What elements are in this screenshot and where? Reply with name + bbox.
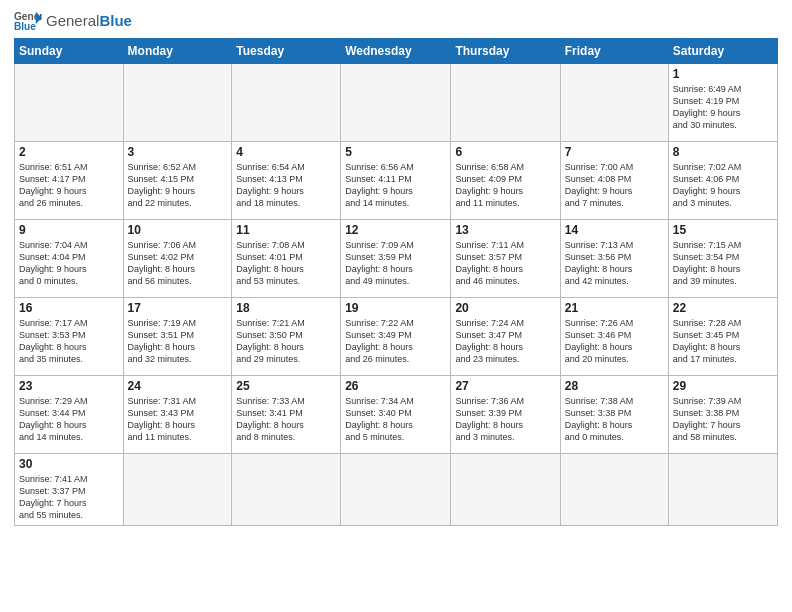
day-number: 14 (565, 223, 664, 237)
logo-text: GeneralBlue (46, 13, 132, 30)
header: General Blue GeneralBlue (14, 10, 778, 32)
week-row-4: 16Sunrise: 7:17 AM Sunset: 3:53 PM Dayli… (15, 298, 778, 376)
day-info: Sunrise: 6:51 AM Sunset: 4:17 PM Dayligh… (19, 161, 119, 210)
calendar-cell: 24Sunrise: 7:31 AM Sunset: 3:43 PM Dayli… (123, 376, 232, 454)
day-number: 11 (236, 223, 336, 237)
calendar-cell: 26Sunrise: 7:34 AM Sunset: 3:40 PM Dayli… (341, 376, 451, 454)
calendar-cell: 30Sunrise: 7:41 AM Sunset: 3:37 PM Dayli… (15, 454, 124, 526)
day-number: 26 (345, 379, 446, 393)
day-number: 30 (19, 457, 119, 471)
calendar-cell: 9Sunrise: 7:04 AM Sunset: 4:04 PM Daylig… (15, 220, 124, 298)
week-row-3: 9Sunrise: 7:04 AM Sunset: 4:04 PM Daylig… (15, 220, 778, 298)
calendar-cell (451, 454, 560, 526)
calendar-cell: 25Sunrise: 7:33 AM Sunset: 3:41 PM Dayli… (232, 376, 341, 454)
day-info: Sunrise: 7:28 AM Sunset: 3:45 PM Dayligh… (673, 317, 773, 366)
day-info: Sunrise: 7:41 AM Sunset: 3:37 PM Dayligh… (19, 473, 119, 522)
calendar-cell: 21Sunrise: 7:26 AM Sunset: 3:46 PM Dayli… (560, 298, 668, 376)
day-number: 4 (236, 145, 336, 159)
day-number: 21 (565, 301, 664, 315)
day-info: Sunrise: 7:15 AM Sunset: 3:54 PM Dayligh… (673, 239, 773, 288)
day-number: 10 (128, 223, 228, 237)
weekday-header-friday: Friday (560, 39, 668, 64)
weekday-header-tuesday: Tuesday (232, 39, 341, 64)
day-number: 27 (455, 379, 555, 393)
day-info: Sunrise: 7:24 AM Sunset: 3:47 PM Dayligh… (455, 317, 555, 366)
calendar-cell: 5Sunrise: 6:56 AM Sunset: 4:11 PM Daylig… (341, 142, 451, 220)
day-info: Sunrise: 7:34 AM Sunset: 3:40 PM Dayligh… (345, 395, 446, 444)
logo-icon: General Blue (14, 10, 42, 32)
calendar-cell: 17Sunrise: 7:19 AM Sunset: 3:51 PM Dayli… (123, 298, 232, 376)
calendar-cell (123, 454, 232, 526)
day-info: Sunrise: 7:21 AM Sunset: 3:50 PM Dayligh… (236, 317, 336, 366)
day-number: 23 (19, 379, 119, 393)
day-info: Sunrise: 7:00 AM Sunset: 4:08 PM Dayligh… (565, 161, 664, 210)
weekday-header-thursday: Thursday (451, 39, 560, 64)
day-info: Sunrise: 7:33 AM Sunset: 3:41 PM Dayligh… (236, 395, 336, 444)
calendar-cell (560, 454, 668, 526)
day-number: 19 (345, 301, 446, 315)
day-number: 18 (236, 301, 336, 315)
day-number: 3 (128, 145, 228, 159)
day-number: 24 (128, 379, 228, 393)
day-info: Sunrise: 7:31 AM Sunset: 3:43 PM Dayligh… (128, 395, 228, 444)
calendar-cell: 13Sunrise: 7:11 AM Sunset: 3:57 PM Dayli… (451, 220, 560, 298)
day-info: Sunrise: 6:52 AM Sunset: 4:15 PM Dayligh… (128, 161, 228, 210)
day-number: 5 (345, 145, 446, 159)
day-number: 28 (565, 379, 664, 393)
day-info: Sunrise: 7:17 AM Sunset: 3:53 PM Dayligh… (19, 317, 119, 366)
day-number: 2 (19, 145, 119, 159)
day-number: 1 (673, 67, 773, 81)
weekday-header-monday: Monday (123, 39, 232, 64)
calendar-cell (232, 454, 341, 526)
day-number: 12 (345, 223, 446, 237)
day-info: Sunrise: 7:19 AM Sunset: 3:51 PM Dayligh… (128, 317, 228, 366)
calendar-cell: 2Sunrise: 6:51 AM Sunset: 4:17 PM Daylig… (15, 142, 124, 220)
calendar-cell: 4Sunrise: 6:54 AM Sunset: 4:13 PM Daylig… (232, 142, 341, 220)
calendar-cell (341, 64, 451, 142)
page: General Blue GeneralBlue SundayMondayTue… (0, 0, 792, 612)
calendar-cell: 29Sunrise: 7:39 AM Sunset: 3:38 PM Dayli… (668, 376, 777, 454)
calendar-cell: 8Sunrise: 7:02 AM Sunset: 4:06 PM Daylig… (668, 142, 777, 220)
calendar-cell: 12Sunrise: 7:09 AM Sunset: 3:59 PM Dayli… (341, 220, 451, 298)
day-info: Sunrise: 7:13 AM Sunset: 3:56 PM Dayligh… (565, 239, 664, 288)
weekday-header-sunday: Sunday (15, 39, 124, 64)
day-info: Sunrise: 7:02 AM Sunset: 4:06 PM Dayligh… (673, 161, 773, 210)
day-info: Sunrise: 7:22 AM Sunset: 3:49 PM Dayligh… (345, 317, 446, 366)
day-info: Sunrise: 7:06 AM Sunset: 4:02 PM Dayligh… (128, 239, 228, 288)
day-info: Sunrise: 7:08 AM Sunset: 4:01 PM Dayligh… (236, 239, 336, 288)
day-info: Sunrise: 7:09 AM Sunset: 3:59 PM Dayligh… (345, 239, 446, 288)
day-info: Sunrise: 7:29 AM Sunset: 3:44 PM Dayligh… (19, 395, 119, 444)
weekday-header-saturday: Saturday (668, 39, 777, 64)
day-info: Sunrise: 6:49 AM Sunset: 4:19 PM Dayligh… (673, 83, 773, 132)
calendar-cell (668, 454, 777, 526)
day-number: 6 (455, 145, 555, 159)
week-row-1: 1Sunrise: 6:49 AM Sunset: 4:19 PM Daylig… (15, 64, 778, 142)
day-number: 29 (673, 379, 773, 393)
week-row-5: 23Sunrise: 7:29 AM Sunset: 3:44 PM Dayli… (15, 376, 778, 454)
week-row-6: 30Sunrise: 7:41 AM Sunset: 3:37 PM Dayli… (15, 454, 778, 526)
day-info: Sunrise: 7:04 AM Sunset: 4:04 PM Dayligh… (19, 239, 119, 288)
calendar-cell (451, 64, 560, 142)
day-info: Sunrise: 7:39 AM Sunset: 3:38 PM Dayligh… (673, 395, 773, 444)
day-number: 8 (673, 145, 773, 159)
day-number: 17 (128, 301, 228, 315)
calendar-cell (123, 64, 232, 142)
calendar-cell: 22Sunrise: 7:28 AM Sunset: 3:45 PM Dayli… (668, 298, 777, 376)
calendar-cell: 6Sunrise: 6:58 AM Sunset: 4:09 PM Daylig… (451, 142, 560, 220)
day-number: 20 (455, 301, 555, 315)
calendar-cell: 28Sunrise: 7:38 AM Sunset: 3:38 PM Dayli… (560, 376, 668, 454)
calendar-cell: 10Sunrise: 7:06 AM Sunset: 4:02 PM Dayli… (123, 220, 232, 298)
day-number: 15 (673, 223, 773, 237)
calendar-cell: 15Sunrise: 7:15 AM Sunset: 3:54 PM Dayli… (668, 220, 777, 298)
day-info: Sunrise: 7:11 AM Sunset: 3:57 PM Dayligh… (455, 239, 555, 288)
calendar-cell: 19Sunrise: 7:22 AM Sunset: 3:49 PM Dayli… (341, 298, 451, 376)
day-info: Sunrise: 6:54 AM Sunset: 4:13 PM Dayligh… (236, 161, 336, 210)
logo: General Blue GeneralBlue (14, 10, 132, 32)
day-info: Sunrise: 6:58 AM Sunset: 4:09 PM Dayligh… (455, 161, 555, 210)
calendar-cell: 18Sunrise: 7:21 AM Sunset: 3:50 PM Dayli… (232, 298, 341, 376)
calendar-cell: 11Sunrise: 7:08 AM Sunset: 4:01 PM Dayli… (232, 220, 341, 298)
calendar-cell (232, 64, 341, 142)
calendar-cell: 14Sunrise: 7:13 AM Sunset: 3:56 PM Dayli… (560, 220, 668, 298)
calendar: SundayMondayTuesdayWednesdayThursdayFrid… (14, 38, 778, 526)
day-info: Sunrise: 7:38 AM Sunset: 3:38 PM Dayligh… (565, 395, 664, 444)
